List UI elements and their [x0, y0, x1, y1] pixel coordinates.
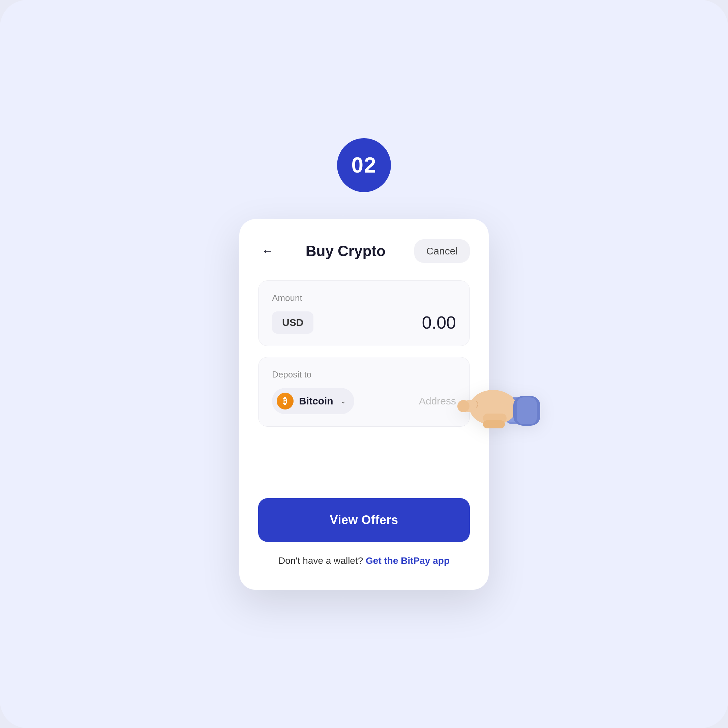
no-wallet-text: Don't have a wallet?	[278, 555, 363, 566]
svg-rect-3	[463, 400, 497, 412]
btc-symbol: ₿	[283, 396, 287, 406]
card-header: ← Buy Crypto Cancel	[258, 239, 470, 263]
currency-selector[interactable]: USD	[272, 311, 314, 334]
step-number: 02	[351, 153, 376, 177]
amount-row: USD 0.00	[272, 311, 456, 334]
amount-section: Amount USD 0.00	[258, 280, 470, 346]
crypto-selector[interactable]: ₿ Bitcoin ⌄	[272, 388, 354, 414]
svg-rect-1	[500, 400, 540, 422]
deposit-row: ₿ Bitcoin ⌄ Address	[272, 388, 456, 414]
address-placeholder[interactable]: Address	[419, 395, 456, 407]
svg-point-7	[499, 393, 514, 407]
get-bitpay-link[interactable]: Get the BitPay app	[366, 555, 450, 566]
amount-value[interactable]: 0.00	[422, 312, 456, 333]
deposit-section: Deposit to ₿ Bitcoin ⌄ Address	[258, 357, 470, 427]
svg-rect-5	[483, 413, 506, 423]
crypto-name: Bitcoin	[299, 395, 333, 407]
cancel-button[interactable]: Cancel	[414, 239, 470, 263]
wallet-footer: Don't have a wallet? Get the BitPay app	[258, 555, 470, 566]
hand-pointer-decoration	[449, 364, 544, 447]
svg-rect-8	[513, 396, 540, 426]
deposit-label: Deposit to	[272, 369, 456, 380]
page-background: 02 ← Buy Crypto Cancel Amount USD 0.00 D…	[0, 0, 728, 728]
bitcoin-icon: ₿	[277, 393, 294, 410]
amount-label: Amount	[272, 293, 456, 303]
svg-rect-9	[517, 398, 537, 424]
content-spacer	[258, 437, 470, 498]
view-offers-button[interactable]: View Offers	[258, 498, 470, 542]
step-badge: 02	[337, 138, 391, 192]
svg-rect-6	[483, 420, 505, 428]
back-arrow-icon: ←	[262, 245, 274, 257]
svg-point-2	[470, 390, 517, 425]
page-title: Buy Crypto	[306, 243, 385, 260]
phone-card: ← Buy Crypto Cancel Amount USD 0.00 Depo…	[239, 219, 489, 590]
back-button[interactable]: ←	[258, 242, 277, 260]
chevron-down-icon: ⌄	[340, 397, 346, 405]
svg-point-4	[457, 400, 470, 412]
svg-rect-0	[503, 398, 540, 424]
